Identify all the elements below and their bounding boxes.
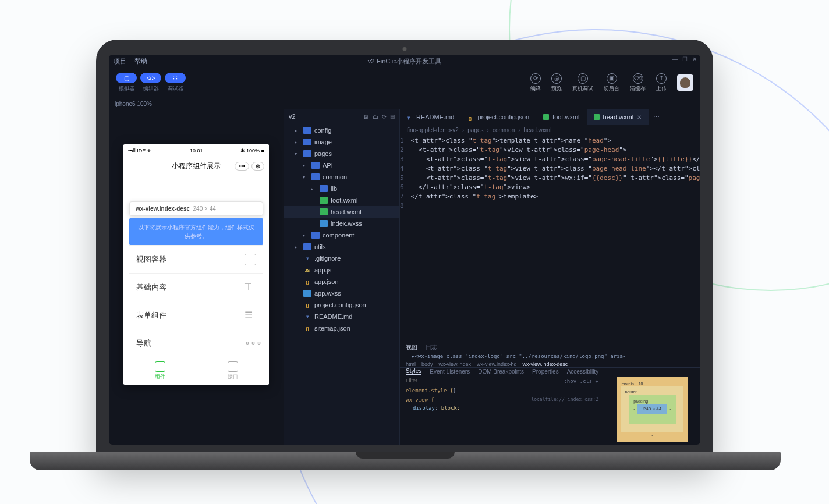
menu-row-nav[interactable]: 导航∘∘∘ [129,329,263,357]
tree-node[interactable]: app.js [284,264,399,276]
styles-tab[interactable]: DOM Breakpoints [478,368,524,375]
camera-dot [403,47,407,51]
device-name[interactable]: iphone6 [115,101,136,107]
devtools-tab-view[interactable]: 视图 [406,343,417,352]
inspected-element[interactable]: 以下将展示小程序官方组件能力，组件样式仅供参考。 [129,218,263,245]
maximize-icon[interactable]: ☐ [682,56,688,62]
tab-components[interactable]: 组件 [123,357,196,385]
editor-tab[interactable]: head.wxml✕ [587,109,649,125]
tree-node[interactable]: ▸config [284,125,399,136]
device-bar: iphone6 100% [109,98,700,109]
avatar[interactable] [677,74,693,91]
tree-node[interactable]: ▸lib [284,183,399,194]
code-editor[interactable]: 12345678 <t-attr">class="t-tag">template… [400,135,700,343]
styles-tab[interactable]: Styles [406,368,421,375]
node-crumb[interactable]: wx-view.index [439,361,472,367]
tree-node[interactable]: ▸image [284,136,399,148]
action-preview[interactable]: ◎预览 [551,73,562,93]
tab-api[interactable]: 接口 [196,357,269,385]
phone-navbar: 小程序组件展示 ••• ⊗ [123,157,269,175]
mode-simulator[interactable]: ▢ 模拟器 [116,73,137,93]
tree-node[interactable]: foot.wxml [284,194,399,206]
box-model: margin 10 border - padding - 240 × 44 [604,375,700,445]
editor-tab[interactable]: project.config.json [461,109,536,125]
text-icon: 𝕋 [245,282,256,293]
new-folder-icon[interactable]: 🗀 [373,113,378,120]
tree-node[interactable]: index.wxss [284,218,399,229]
phone-tabbar: 组件 接口 [123,357,269,385]
window-title: v2-FinClip小程序开发工具 [368,57,442,66]
toolbar-actions: ⟳编译 ◎预览 ▢真机调试 ▣切后台 ⌫清缓存 ⤒上传 [530,73,693,93]
breadcrumb: fino-applet-demo-v2›pages›common›head.wx… [400,125,700,135]
tree-node[interactable]: ▾common [284,171,399,183]
mode-toggle-group: ▢ 模拟器 </> 编辑器 ⫶⫶ 调试器 [116,73,186,93]
action-compile[interactable]: ⟳编译 [530,73,541,93]
file-explorer: v2 🗎 🗀 ⟳ ⊟ ▸config▸image▾pages▸API▾commo… [284,109,400,445]
action-background[interactable]: ▣切后台 [604,73,619,93]
node-crumb[interactable]: wx-view.index-desc [523,361,568,367]
tree-node[interactable]: ▸utils [284,241,399,253]
new-file-icon[interactable]: 🗎 [363,113,369,120]
minimize-icon[interactable]: — [672,56,678,62]
tree-node[interactable]: app.wxss [284,288,399,299]
tree-node[interactable]: project.config.json [284,299,399,311]
devtools: 视图 日志 ▸<wx-image class="index-logo" src=… [400,343,700,445]
tree-node[interactable]: ▸component [284,229,399,241]
tree-node[interactable]: app.json [284,276,399,288]
node-crumb[interactable]: body [421,361,433,367]
styles-rules[interactable]: :hov .cls + element.style {}</span><span… [400,375,604,445]
laptop-base [30,452,781,470]
styles-tab[interactable]: Accessibility [567,368,598,375]
devtools-tab-log[interactable]: 日志 [426,343,437,352]
toolbar: ▢ 模拟器 </> 编辑器 ⫶⫶ 调试器 ⟳编译 ◎预览 ▢真机调试 [109,68,700,98]
styles-filter[interactable] [406,377,564,384]
crumb-item[interactable]: head.wxml [524,127,552,133]
tree-node[interactable]: ▸API [284,159,399,171]
tree-node[interactable]: .gitignore [284,253,399,264]
menu-project[interactable]: 项目 [114,57,126,66]
tree-node[interactable]: README.md [284,311,399,322]
close-icon[interactable]: ✕ [692,56,697,62]
mode-debugger[interactable]: ⫶⫶ 调试器 [165,73,186,93]
device-zoom[interactable]: 100% [137,101,152,107]
menu-row-view-container[interactable]: 视图容器 [129,245,263,273]
tree-node[interactable]: sitemap.json [284,322,399,334]
window-controls: — ☐ ✕ [672,56,697,62]
styles-tab[interactable]: Properties [532,368,559,375]
project-root: v2 [289,113,296,120]
ide-screen: 项目 帮助 v2-FinClip小程序开发工具 — ☐ ✕ ▢ 模拟器 [109,55,700,445]
mode-editor[interactable]: </> 编辑器 [140,73,161,93]
dom-tree[interactable]: ▸<wx-image class="index-logo" src="../re… [400,352,700,361]
laptop-mockup: 项目 帮助 v2-FinClip小程序开发工具 — ☐ ✕ ▢ 模拟器 [96,40,713,459]
collapse-icon[interactable]: ⊟ [390,113,395,120]
capsule-menu[interactable]: ••• [235,162,249,171]
menu-row-form[interactable]: 表单组件☰ [129,301,263,329]
refresh-icon[interactable]: ⟳ [382,113,387,120]
phone-statusbar: ••ıll IDE ᯤ 10:01 ✱ 100% ■ [123,144,269,157]
styles-tab[interactable]: Event Listeners [430,368,470,375]
tree-node[interactable]: head.wxml [284,206,399,218]
editor-tab[interactable]: README.md [400,109,461,125]
capsule-close[interactable]: ⊗ [251,162,264,171]
crumb-item[interactable]: pages [467,127,483,133]
action-remote-debug[interactable]: ▢真机调试 [572,73,593,93]
crumb-item[interactable]: fino-applet-demo-v2 [407,127,459,133]
line-gutter: 12345678 [400,135,409,343]
action-clear-cache[interactable]: ⌫清缓存 [630,73,646,93]
tree-node[interactable]: ▾pages [284,148,399,159]
node-crumb[interactable]: html [406,361,416,367]
tab-overflow[interactable]: ⋯ [649,109,664,125]
menu-help[interactable]: 帮助 [134,57,147,66]
action-upload[interactable]: ⤒上传 [656,73,667,93]
crumb-item[interactable]: common [493,127,515,133]
devtools-top-tabs: 视图 日志 [400,343,700,352]
menu-row-basic-content[interactable]: 基础内容𝕋 [129,273,263,301]
simulator-panel: ••ıll IDE ᯤ 10:01 ✱ 100% ■ 小程序组件展示 ••• ⊗ [109,109,284,445]
styles-toggles[interactable]: :hov .cls + [564,377,598,385]
close-tab-icon[interactable]: ✕ [637,114,642,120]
editor-tab[interactable]: foot.wxml [536,109,586,125]
node-crumb[interactable]: wx-view.index-hd [477,361,517,367]
api-icon [228,361,238,372]
code-body[interactable]: <t-attr">class="t-tag">template t-attr">… [409,135,700,343]
phone-frame: ••ıll IDE ᯤ 10:01 ✱ 100% ■ 小程序组件展示 ••• ⊗ [123,144,269,385]
